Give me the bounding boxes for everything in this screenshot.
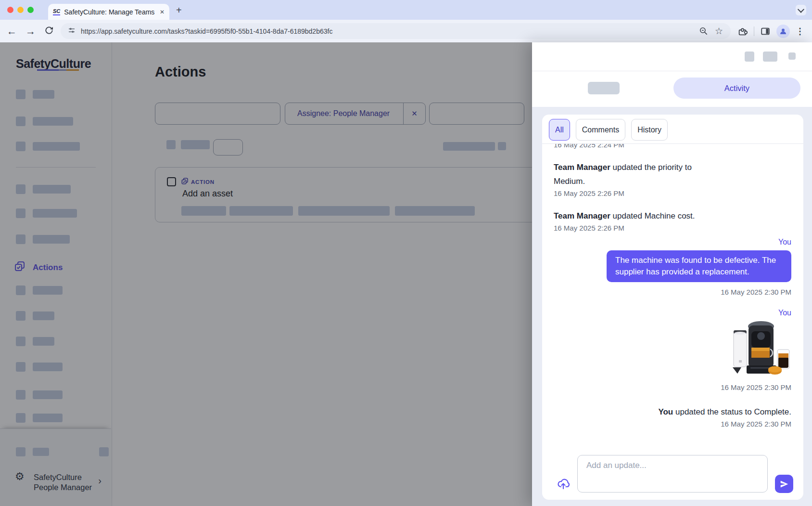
history-entry: You updated the status to Complete.	[554, 405, 791, 419]
timestamp: 16 May 2025 2:26 PM	[554, 224, 791, 232]
tab-title: SafetyCulture: Manage Teams	[64, 8, 157, 16]
back-button[interactable]: ←	[7, 26, 17, 37]
toolbar-divider	[754, 26, 754, 36]
activity-panel-body: All Comments History 16 May 2025 2:24 PM…	[532, 107, 812, 506]
browser-tabstrip: SC SafetyCulture: Manage Teams ✕ +	[0, 0, 812, 20]
browser-tab[interactable]: SC SafetyCulture: Manage Teams ✕	[48, 4, 169, 20]
chevron-down-icon	[798, 6, 804, 13]
history-text: updated Machine cost.	[613, 211, 695, 221]
upload-attachment-button[interactable]	[556, 477, 571, 492]
close-window-button[interactable]	[7, 7, 13, 13]
zoom-page-icon[interactable]	[699, 26, 708, 36]
modal-dim-overlay	[0, 42, 532, 506]
activity-card: All Comments History 16 May 2025 2:24 PM…	[542, 115, 803, 500]
profile-avatar[interactable]	[776, 25, 790, 38]
address-bar[interactable]: https://app.safetyculture.com/tasks?task…	[61, 23, 731, 39]
side-panel-icon[interactable]	[760, 26, 771, 37]
timestamp: 16 May 2025 2:30 PM	[554, 420, 791, 428]
new-tab-button[interactable]: +	[176, 5, 182, 15]
filter-tab-comments[interactable]: Comments	[576, 119, 625, 141]
zoom-window-button[interactable]	[27, 7, 34, 13]
tab-search-button[interactable]	[796, 5, 806, 15]
activity-feed[interactable]: 16 May 2025 2:24 PM Team Manager updated…	[542, 144, 803, 452]
activity-panel: Activity All Comments History 16 May 202…	[532, 42, 812, 506]
safetyculture-favicon: SC	[53, 8, 60, 15]
url-text[interactable]: https://app.safetyculture.com/tasks?task…	[81, 27, 699, 35]
panel-header-skeleton-button	[788, 52, 796, 60]
timestamp: 16 May 2025 2:26 PM	[554, 189, 791, 197]
history-actor: Team Manager	[554, 163, 610, 172]
app-content: SafetyCulture Actions	[0, 42, 812, 506]
panel-header-divider	[532, 71, 812, 71]
panel-tab-skeleton	[588, 82, 620, 94]
panel-header-skeleton-button	[763, 52, 777, 62]
panel-header-skeleton-button	[745, 52, 754, 62]
activity-tab-label: Activity	[724, 84, 749, 93]
forward-button[interactable]: →	[25, 26, 36, 37]
history-entry: Team Manager updated the priority to Med…	[554, 160, 720, 188]
site-settings-icon[interactable]	[67, 26, 76, 37]
coffee-machine-photo[interactable]	[729, 320, 791, 377]
comment-author: You	[554, 238, 791, 247]
send-button[interactable]	[775, 475, 793, 493]
bookmark-star-icon[interactable]: ☆	[715, 26, 723, 37]
comment-author: You	[554, 309, 791, 317]
filter-tab-history[interactable]: History	[631, 119, 668, 141]
history-entry: Team Manager updated Machine cost.	[554, 209, 720, 223]
comment-bubble: The machine was found to be defective. T…	[607, 250, 791, 282]
activity-filter-tabs: All Comments History	[549, 119, 673, 141]
browser-menu-icon[interactable]: ⋮	[796, 26, 804, 37]
filter-tab-all[interactable]: All	[549, 119, 570, 141]
send-icon	[780, 480, 789, 489]
timestamp-clipped: 16 May 2025 2:24 PM	[554, 144, 791, 149]
tab-activity[interactable]: Activity	[673, 78, 800, 99]
history-actor: Team Manager	[554, 211, 610, 221]
history-actor: You	[658, 407, 673, 416]
tab-close-icon[interactable]: ✕	[160, 9, 165, 15]
browser-window: SC SafetyCulture: Manage Teams ✕ + ← → h…	[0, 0, 812, 506]
minimize-window-button[interactable]	[17, 7, 24, 13]
timestamp: 16 May 2025 2:30 PM	[554, 383, 791, 391]
browser-toolbar: ← → https://app.safetyculture.com/tasks?…	[0, 20, 812, 42]
update-input[interactable]	[577, 455, 768, 493]
timestamp: 16 May 2025 2:30 PM	[554, 288, 791, 296]
traffic-lights	[0, 7, 34, 13]
cloud-upload-icon	[557, 478, 570, 491]
extensions-icon[interactable]	[737, 26, 748, 37]
history-text: updated the status to Complete.	[675, 407, 791, 416]
reload-button[interactable]	[44, 26, 54, 37]
